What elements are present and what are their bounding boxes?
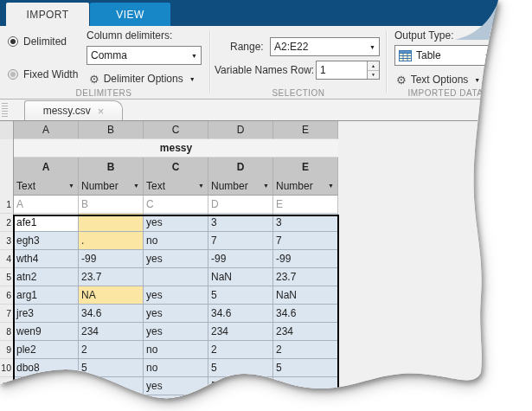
cell[interactable]: 2 [79,341,144,359]
cell[interactable]: jre3 [14,305,79,323]
row-number[interactable]: 12 [0,395,14,411]
cell[interactable] [79,214,144,232]
cell[interactable] [79,377,144,395]
cell[interactable]: -99 [273,250,338,268]
cell[interactable]: no [144,341,208,359]
cell[interactable]: 34.6 [273,305,338,323]
column-header-d[interactable]: D [208,121,273,139]
variable-name-d[interactable]: D [208,157,273,177]
type-dropdown-a[interactable]: Text▼ [14,177,79,196]
cell[interactable]: -99 [79,250,144,268]
cell[interactable]: . [79,232,144,250]
row-number[interactable]: 1 [0,196,14,214]
cell[interactable]: 245 [208,395,273,411]
cell[interactable]: yes [144,323,208,341]
variable-names-row-stepper[interactable]: 1 ▲ ▼ [316,61,380,80]
variable-name-e[interactable]: E [273,157,338,177]
cell[interactable] [273,395,338,411]
cell[interactable]: 7 [208,232,273,250]
cell[interactable] [79,395,144,411]
cell[interactable]: 5 [208,377,273,395]
cell[interactable]: 7 [273,232,338,250]
cell[interactable]: 3 [208,214,273,232]
cell[interactable]: A [14,196,79,214]
cell[interactable]: dbo8 [14,359,79,377]
type-dropdown-d[interactable]: Number▼ [208,177,273,196]
cell[interactable]: 5 [208,286,273,305]
fixed-width-radio[interactable]: Fixed Width [8,68,78,80]
cell[interactable]: 3 [273,214,338,232]
cell[interactable]: yes [144,395,208,411]
cell[interactable]: atn2 [14,268,79,286]
cell[interactable]: yes [144,250,208,268]
cell[interactable]: 23.7 [79,268,144,286]
delimiter-options-button[interactable]: ⚙ Delimiter Options ▼ [89,73,195,85]
cell[interactable]: 234 [208,323,273,341]
cell[interactable]: D [208,196,273,214]
cell[interactable]: B [79,196,144,214]
type-dropdown-c[interactable]: Text▼ [144,177,208,196]
active-cell[interactable]: afe1 [14,214,79,232]
column-header-e[interactable]: E [273,121,338,139]
cell[interactable]: wen9 [14,323,79,341]
document-tab-messy-csv[interactable]: messy.csv × [24,100,123,120]
cell[interactable]: yes [144,377,208,395]
cell[interactable]: C [144,196,208,214]
cell[interactable]: wth4 [14,250,79,268]
cell[interactable]: NA [79,286,144,305]
cell[interactable]: 5 [273,359,338,377]
row-number[interactable]: 5 [0,268,14,286]
row-number[interactable]: 10 [0,359,14,377]
variable-name-a[interactable]: A [14,157,79,177]
tab-view[interactable]: VIEW [90,3,170,26]
type-dropdown-e[interactable]: Number▼ [273,177,338,196]
cell[interactable]: egh3 [14,232,79,250]
row-number[interactable]: 7 [0,305,14,323]
cell[interactable] [144,268,208,286]
cell[interactable]: 5 [79,359,144,377]
cell[interactable] [14,395,79,411]
tab-import[interactable]: IMPORT [6,3,89,26]
variable-name-c[interactable]: C [144,157,208,177]
column-delimiters-combo[interactable]: Comma ▼ [87,46,202,65]
cell[interactable]: 234 [79,323,144,341]
cell[interactable]: 234 [273,323,338,341]
range-combo[interactable]: A2:E22 ▼ [270,37,380,56]
cell[interactable]: 2 [208,341,273,359]
cell[interactable]: 2 [273,341,338,359]
row-number[interactable]: 11 [0,377,14,395]
row-number[interactable]: 4 [0,250,14,268]
cell[interactable]: E [273,196,338,214]
cell[interactable]: yes [144,286,208,305]
cell[interactable]: ple2 [14,341,79,359]
type-dropdown-b[interactable]: Number▼ [79,177,144,196]
stepper-up-button[interactable]: ▲ [368,61,379,71]
row-number[interactable]: 8 [0,323,14,341]
column-header-a[interactable]: A [14,121,79,139]
cell[interactable]: 5 [273,377,338,395]
stepper-down-button[interactable]: ▼ [368,71,379,80]
column-header-c[interactable]: C [144,121,208,139]
row-number[interactable]: 3 [0,232,14,250]
drag-grip[interactable] [2,103,8,117]
close-icon[interactable]: × [98,106,105,117]
row-number[interactable]: 6 [0,286,14,305]
cell[interactable]: 23.7 [273,268,338,286]
variable-name-b[interactable]: B [79,157,144,177]
cell[interactable]: 5 [208,359,273,377]
cell[interactable]: no [144,359,208,377]
cell[interactable]: yes [144,214,208,232]
delimited-radio[interactable]: Delimited [8,35,67,48]
cell[interactable]: NaN [273,286,338,305]
cell[interactable]: arg1 [14,286,79,305]
cell[interactable]: NaN [208,268,273,286]
cell[interactable]: -99 [208,250,273,268]
column-header-b[interactable]: B [79,121,144,139]
text-options-button[interactable]: ⚙ Text Options ▼ [396,74,480,86]
cell[interactable]: 34.6 [208,305,273,323]
cell[interactable]: oji4 [14,377,79,395]
cell[interactable]: no [144,232,208,250]
row-number[interactable]: 2 [0,214,14,232]
cell[interactable]: yes [144,305,208,323]
row-number[interactable]: 9 [0,341,14,359]
